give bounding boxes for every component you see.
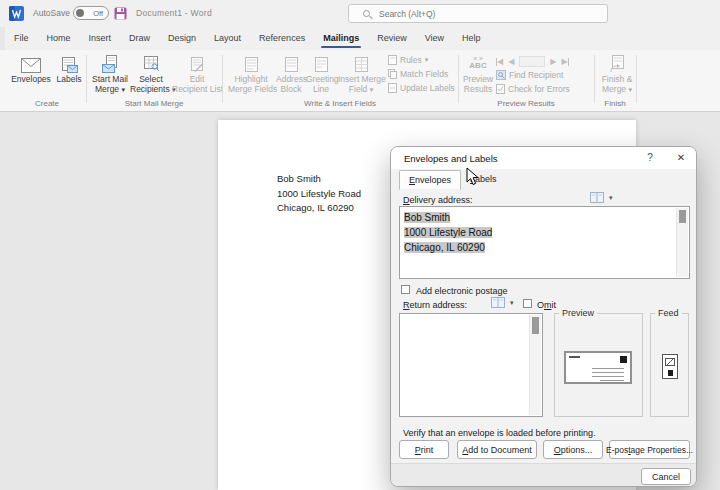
add-to-document-button[interactable]: Add to Document xyxy=(457,440,537,459)
address-book-dropdown-icon[interactable]: ▾ xyxy=(609,194,613,202)
group-divider xyxy=(86,55,87,103)
autosave-toggle[interactable]: Off xyxy=(73,6,109,20)
start-mail-merge-button[interactable]: Start Mail Merge ▾ xyxy=(90,53,130,94)
group-divider xyxy=(222,55,223,103)
delivery-address-textbox[interactable]: Bob Smith 1000 Lifestyle Road Chicago, I… xyxy=(399,206,690,279)
save-icon[interactable] xyxy=(114,7,127,20)
active-tab-underline xyxy=(321,46,361,48)
dialog-tabs: Envelopes Labels xyxy=(399,170,506,190)
address-line-mark xyxy=(592,372,624,373)
highlight-merge-fields-icon xyxy=(244,57,259,73)
tab-insert[interactable]: Insert xyxy=(80,28,121,49)
tab-review[interactable]: Review xyxy=(368,28,416,49)
greeting-line-icon xyxy=(314,57,329,73)
verify-message: Verify that an envelope is loaded before… xyxy=(403,428,596,438)
select-recipients-button[interactable]: Select Recipients ▾ xyxy=(130,53,172,94)
tab-design[interactable]: Design xyxy=(159,28,205,49)
insert-merge-field-button: Insert Merge Field ▾ xyxy=(338,53,384,94)
highlight-l2: Merge Fields xyxy=(228,85,274,95)
rules-label: Rules xyxy=(400,55,422,65)
finish-merge-button: Finish & Merge ▾ xyxy=(598,53,636,94)
record-navigator: ◀ ◀ ▶ ▶ xyxy=(496,56,569,67)
dialog-help-button[interactable]: ? xyxy=(643,152,657,163)
address-line-mark xyxy=(600,380,624,381)
dialog-tab-envelopes[interactable]: Envelopes xyxy=(399,170,461,190)
preview-legend: Preview xyxy=(559,308,597,318)
dropdown-icon: ▾ xyxy=(121,86,125,93)
dropdown-icon: ▾ xyxy=(425,56,429,64)
group-label-start-mail-merge: Start Mail Merge xyxy=(86,99,222,108)
labels-label: Labels xyxy=(54,75,84,85)
insert-merge-l2: Field ▾ xyxy=(338,85,384,95)
tab-home[interactable]: Home xyxy=(38,28,80,49)
tab-help[interactable]: Help xyxy=(453,28,490,49)
finish-merge-icon xyxy=(609,55,625,73)
match-fields-icon xyxy=(388,69,397,79)
tab-file[interactable]: File xyxy=(5,28,38,49)
group-label-create: Create xyxy=(8,99,86,108)
delivery-line2: 1000 Lifestyle Road xyxy=(404,227,492,238)
group-label-finish: Finish xyxy=(594,99,636,108)
check-for-errors-button: Check for Errors xyxy=(496,84,570,94)
options-button[interactable]: Options... xyxy=(543,440,603,459)
start-mail-merge-l2: Merge ▾ xyxy=(90,85,130,95)
envelope-preview-graphic xyxy=(564,351,632,384)
delivery-scrollbar[interactable] xyxy=(676,208,688,277)
return-book-dropdown-icon[interactable]: ▾ xyxy=(510,299,514,307)
edit-recipient-list-button: Edit Recipient List xyxy=(172,53,222,94)
update-labels-icon xyxy=(388,83,397,93)
match-fields-button: Match Fields xyxy=(388,68,458,80)
check-for-errors-icon xyxy=(496,84,505,94)
delivery-line1: Bob Smith xyxy=(404,212,450,223)
search-box[interactable] xyxy=(348,4,608,23)
dialog-title: Envelopes and Labels xyxy=(404,153,498,164)
match-fields-label: Match Fields xyxy=(400,69,448,79)
omit-checkbox[interactable] xyxy=(523,299,532,308)
first-record-icon: ◀ xyxy=(496,57,503,66)
autosave-label: AutoSave xyxy=(33,8,70,18)
return-address-textbox[interactable] xyxy=(399,313,543,417)
group-divider xyxy=(458,55,459,103)
preview-results-l2: Results xyxy=(462,85,494,95)
omit-label: Omit xyxy=(537,300,556,310)
dialog-close-button[interactable]: ✕ xyxy=(672,152,690,163)
delivery-line3: Chicago, IL 60290 xyxy=(404,242,485,253)
envelope-feed-icon xyxy=(662,354,678,379)
return-address-book-icon[interactable] xyxy=(491,297,505,308)
tab-layout[interactable]: Layout xyxy=(205,28,250,49)
return-scrollbar[interactable] xyxy=(529,315,541,415)
greeting-line-button: Greeting Line xyxy=(306,53,336,94)
start-mail-merge-icon xyxy=(101,55,119,73)
tab-draw[interactable]: Draw xyxy=(120,28,159,49)
stamp-icon xyxy=(620,356,627,363)
address-line-mark xyxy=(592,368,624,369)
search-input[interactable] xyxy=(379,9,579,19)
group-label-preview-results: Preview Results xyxy=(458,99,594,108)
dialog-footer: Cancel xyxy=(391,463,696,487)
address-book-icon[interactable] xyxy=(590,192,604,203)
edit-recipient-list-icon xyxy=(189,57,205,73)
insert-merge-field-icon xyxy=(354,57,369,73)
cancel-button[interactable]: Cancel xyxy=(641,468,691,485)
labels-button[interactable]: Labels xyxy=(54,53,84,85)
return-scrollbar-thumb[interactable] xyxy=(532,317,539,334)
ribbon-mailings: Envelopes Labels Create Start Mail Mer xyxy=(0,50,720,112)
add-electronic-postage-label: Add electronic postage xyxy=(416,286,508,296)
add-electronic-postage-checkbox[interactable] xyxy=(401,285,410,294)
delivery-address-content: Bob Smith 1000 Lifestyle Road Chicago, I… xyxy=(400,207,689,258)
tab-references[interactable]: References xyxy=(250,28,314,49)
document-address-line3: Chicago, IL 60290 xyxy=(277,201,361,216)
delivery-address-label: Delivery address: xyxy=(403,195,473,205)
feed-nub-mark xyxy=(668,370,673,376)
highlight-merge-fields-button: Highlight Merge Fields xyxy=(228,53,274,94)
envelopes-button[interactable]: Envelopes xyxy=(8,53,54,85)
tab-view[interactable]: View xyxy=(416,28,453,49)
delivery-scrollbar-thumb[interactable] xyxy=(679,210,686,223)
print-button[interactable]: Print xyxy=(399,440,449,459)
document-address-text: Bob Smith 1000 Lifestyle Road Chicago, I… xyxy=(277,172,361,216)
tab-mailings[interactable]: Mailings xyxy=(314,28,368,49)
search-icon xyxy=(363,10,370,17)
epostage-properties-button[interactable]: E-postage Properties... xyxy=(609,440,690,459)
address-block-button: Address Block xyxy=(276,53,306,94)
next-record-icon: ▶ xyxy=(550,57,556,66)
